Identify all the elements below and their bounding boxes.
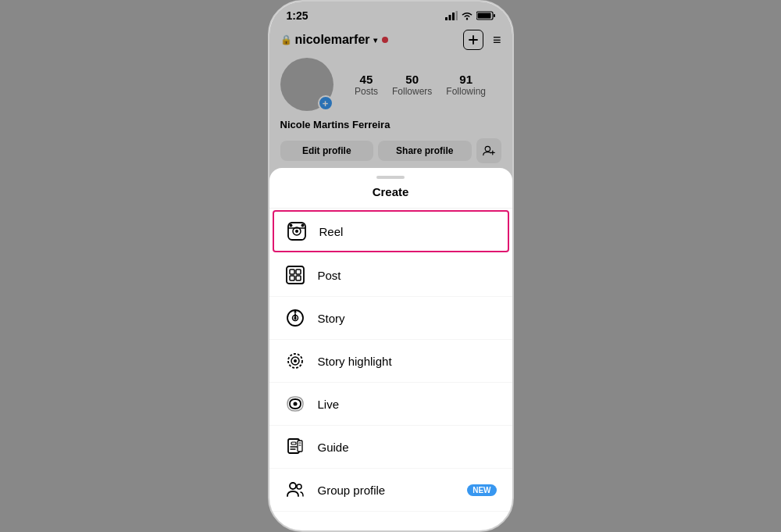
svg-point-53 — [297, 484, 301, 489]
svg-point-28 — [301, 224, 304, 227]
story-highlight-label: Story highlight — [318, 355, 392, 368]
svg-point-27 — [289, 224, 292, 227]
group-profile-icon — [285, 480, 305, 500]
sheet-handle-wrap — [269, 168, 512, 182]
post-label: Post — [318, 269, 341, 282]
live-icon — [285, 394, 305, 414]
sheet-handle — [376, 176, 405, 179]
create-group-profile-item[interactable]: Group profile NEW — [269, 469, 512, 512]
bottom-sheet: Create Reel — [269, 168, 512, 530]
sheet-title: Create — [269, 182, 512, 209]
create-live-item[interactable]: Live — [269, 383, 512, 426]
guide-label: Guide — [318, 441, 349, 454]
svg-rect-33 — [290, 276, 294, 280]
new-badge: NEW — [467, 484, 496, 496]
guide-icon — [285, 437, 305, 457]
story-label: Story — [318, 312, 345, 325]
svg-point-40 — [294, 317, 296, 320]
create-guide-item[interactable]: Guide — [269, 426, 512, 469]
post-icon — [285, 265, 305, 285]
svg-point-26 — [295, 230, 298, 233]
create-reel-item[interactable]: Reel — [273, 210, 509, 252]
svg-point-44 — [293, 402, 297, 406]
live-label: Live — [318, 398, 340, 411]
svg-point-43 — [294, 359, 297, 362]
svg-rect-31 — [290, 270, 294, 274]
story-highlight-icon — [285, 351, 305, 371]
svg-rect-32 — [296, 270, 301, 274]
svg-rect-30 — [287, 266, 304, 284]
reel-label: Reel — [319, 225, 344, 238]
reel-icon — [287, 221, 307, 241]
create-story-highlight-item[interactable]: Story highlight — [269, 340, 512, 383]
svg-rect-49 — [298, 441, 302, 452]
svg-rect-34 — [296, 276, 301, 280]
create-story-item[interactable]: Story — [269, 297, 512, 340]
story-icon — [285, 308, 305, 328]
svg-point-52 — [290, 483, 296, 489]
phone-frame: 1:25 — [268, 0, 514, 532]
create-post-item[interactable]: Post — [269, 254, 512, 297]
svg-rect-46 — [291, 442, 296, 445]
group-profile-label: Group profile — [318, 484, 386, 497]
